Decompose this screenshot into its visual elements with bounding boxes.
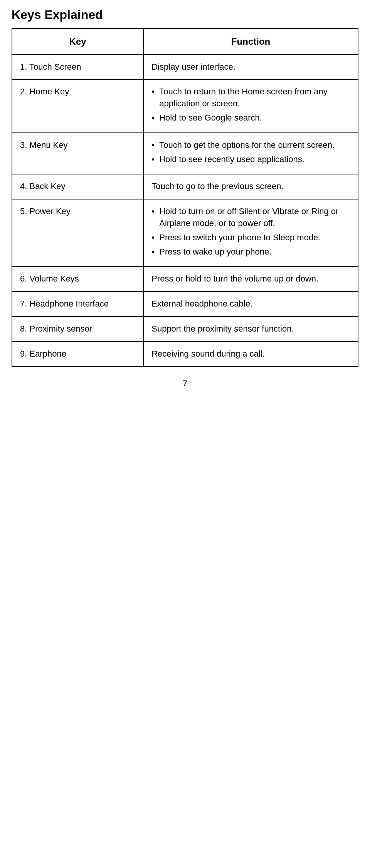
key-cell: 4. Back Key	[12, 174, 143, 199]
key-cell: 5. Power Key	[12, 199, 143, 266]
key-cell: 9. Earphone	[12, 342, 143, 367]
function-cell: Hold to turn on or off Silent or Vibrate…	[143, 199, 358, 266]
table-row: 7. Headphone InterfaceExternal headphone…	[12, 292, 358, 317]
table-row: 1. Touch ScreenDisplay user interface.	[12, 55, 358, 80]
table-row: 5. Power KeyHold to turn on or off Silen…	[12, 199, 358, 266]
list-item: Hold to see recently used applications.	[151, 154, 350, 166]
page-number: 7	[12, 379, 358, 389]
function-cell: Touch to go to the previous screen.	[143, 174, 358, 199]
function-list: Touch to return to the Home screen from …	[151, 86, 350, 124]
key-cell: 6. Volume Keys	[12, 266, 143, 292]
function-cell: Receiving sound during a call.	[143, 342, 358, 367]
list-item: Touch to get the options for the current…	[151, 139, 350, 151]
key-column-header: Key	[12, 28, 143, 55]
key-cell: 7. Headphone Interface	[12, 292, 143, 317]
table-row: 6. Volume KeysPress or hold to turn the …	[12, 266, 358, 292]
key-cell: 2. Home Key	[12, 79, 143, 132]
key-cell: 1. Touch Screen	[12, 55, 143, 80]
list-item: Press to wake up your phone.	[151, 246, 350, 258]
list-item: Press to switch your phone to Sleep mode…	[151, 232, 350, 244]
function-cell: Support the proximity sensor function.	[143, 317, 358, 342]
function-cell: Press or hold to turn the volume up or d…	[143, 266, 358, 292]
function-cell: Touch to return to the Home screen from …	[143, 79, 358, 132]
key-cell: 8. Proximity sensor	[12, 317, 143, 342]
function-column-header: Function	[143, 28, 358, 55]
function-list: Touch to get the options for the current…	[151, 139, 350, 166]
table-row: 8. Proximity sensorSupport the proximity…	[12, 317, 358, 342]
function-cell: Touch to get the options for the current…	[143, 133, 358, 174]
list-item: Hold to turn on or off Silent or Vibrate…	[151, 206, 350, 230]
table-row: 9. EarphoneReceiving sound during a call…	[12, 342, 358, 367]
list-item: Hold to see Google search.	[151, 112, 350, 124]
key-cell: 3. Menu Key	[12, 133, 143, 174]
table-row: 4. Back KeyTouch to go to the previous s…	[12, 174, 358, 199]
table-row: 3. Menu KeyTouch to get the options for …	[12, 133, 358, 174]
function-cell: External headphone cable.	[143, 292, 358, 317]
list-item: Touch to return to the Home screen from …	[151, 86, 350, 110]
keys-table: Key Function 1. Touch ScreenDisplay user…	[12, 28, 358, 367]
function-list: Hold to turn on or off Silent or Vibrate…	[151, 206, 350, 258]
table-row: 2. Home KeyTouch to return to the Home s…	[12, 79, 358, 132]
function-cell: Display user interface.	[143, 55, 358, 80]
page-title: Keys Explained	[12, 8, 358, 22]
